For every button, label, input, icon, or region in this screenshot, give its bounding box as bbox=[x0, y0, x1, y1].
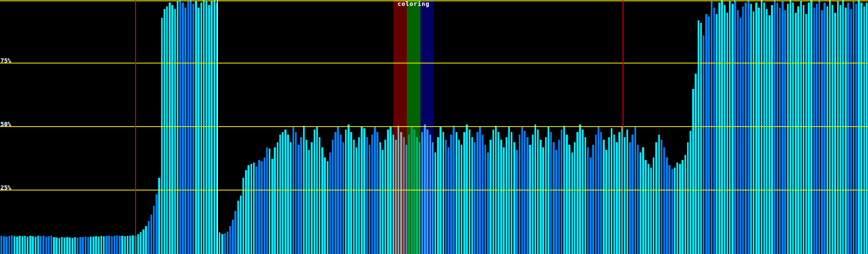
ytick-25-label: 25% bbox=[0, 185, 11, 190]
ytick-75-label: 75% bbox=[0, 58, 11, 64]
ytick-50-label: 50% bbox=[0, 121, 11, 127]
labels-layer: 75% 50% 25% coloring bbox=[0, 0, 868, 254]
performance-histogram-chart: 75% 50% 25% coloring bbox=[0, 0, 868, 254]
coloring-phase-label: coloring bbox=[398, 1, 429, 7]
